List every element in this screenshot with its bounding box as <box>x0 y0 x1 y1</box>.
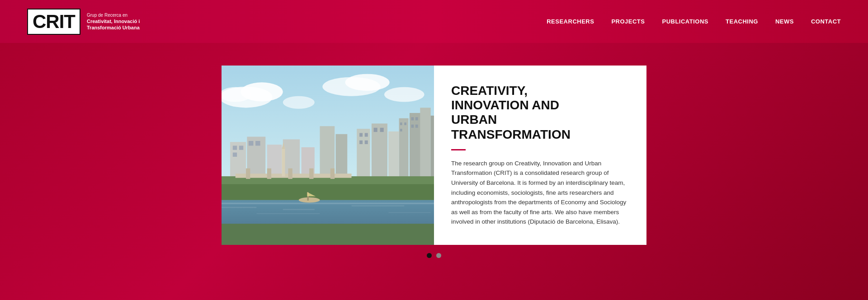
slideshow: CREATIVITY, INNOVATION AND URBAN TRANSFO… <box>222 66 646 245</box>
nav-teaching[interactable]: TEACHING <box>726 18 758 25</box>
svg-rect-20 <box>357 129 370 182</box>
logo-subtitle-top: Grup de Recerca en <box>87 12 140 18</box>
slide-image <box>222 66 434 245</box>
logo-crit-text: CRIT <box>33 12 75 31</box>
svg-rect-48 <box>330 169 335 179</box>
nav-news[interactable]: NEWS <box>775 18 794 25</box>
slide-dot-2[interactable] <box>436 253 441 258</box>
svg-rect-18 <box>411 125 414 128</box>
slide-dot-1[interactable] <box>427 253 432 258</box>
svg-rect-21 <box>372 123 387 181</box>
slide-dots <box>427 253 441 258</box>
svg-rect-37 <box>239 145 243 150</box>
svg-rect-17 <box>415 117 418 120</box>
svg-rect-55 <box>352 205 405 206</box>
svg-rect-40 <box>255 141 260 146</box>
svg-rect-10 <box>420 108 430 181</box>
slide-divider <box>451 149 466 150</box>
svg-rect-61 <box>222 224 434 245</box>
svg-rect-47 <box>309 169 313 179</box>
slide-title: CREATIVITY, INNOVATION AND URBAN TRANSFO… <box>451 84 629 142</box>
main-nav: RESEARCHERS PROJECTS PUBLICATIONS TEACHI… <box>547 18 841 25</box>
svg-rect-15 <box>400 129 402 131</box>
svg-rect-14 <box>404 122 406 125</box>
logo-box: CRIT <box>27 9 80 35</box>
svg-point-7 <box>283 96 315 109</box>
svg-rect-45 <box>267 169 271 179</box>
logo-subtitle-line1: Creativitat, Innovació i <box>87 18 140 24</box>
svg-rect-54 <box>283 209 315 210</box>
nav-researchers[interactable]: RESEARCHERS <box>547 18 594 25</box>
svg-rect-53 <box>222 207 256 208</box>
svg-rect-8 <box>399 118 409 182</box>
svg-rect-46 <box>288 169 292 179</box>
svg-point-5 <box>345 74 390 91</box>
svg-rect-16 <box>411 117 414 120</box>
slide-content: CREATIVITY, INNOVATION AND URBAN TRANSFO… <box>434 66 646 245</box>
site-header: CRIT Grup de Recerca en Creativitat, Inn… <box>0 0 868 43</box>
logo-area: CRIT Grup de Recerca en Creativitat, Inn… <box>27 9 140 35</box>
svg-rect-22 <box>388 131 399 182</box>
svg-rect-19 <box>415 125 418 128</box>
svg-rect-27 <box>359 141 363 144</box>
svg-rect-42 <box>222 184 434 203</box>
logo-subtitle-line2: Transformació Urbana <box>87 24 140 31</box>
svg-rect-57 <box>388 212 430 213</box>
svg-rect-39 <box>249 141 254 146</box>
nav-contact[interactable]: CONTACT <box>811 18 841 25</box>
svg-rect-28 <box>365 141 368 144</box>
svg-rect-11 <box>431 116 434 182</box>
svg-rect-25 <box>359 133 363 136</box>
svg-rect-13 <box>400 122 402 125</box>
svg-rect-30 <box>380 128 384 132</box>
slide-body-text: The research group on Creativity, Innova… <box>451 159 629 227</box>
svg-point-58 <box>299 197 320 203</box>
nav-projects[interactable]: PROJECTS <box>611 18 645 25</box>
svg-rect-49 <box>282 147 285 176</box>
svg-rect-38 <box>233 153 237 157</box>
svg-rect-9 <box>410 113 421 182</box>
svg-rect-44 <box>246 169 250 179</box>
logo-text: Grup de Recerca en Creativitat, Innovaci… <box>87 12 140 31</box>
main-content: CREATIVITY, INNOVATION AND URBAN TRANSFO… <box>0 43 868 272</box>
svg-rect-56 <box>256 213 320 214</box>
svg-rect-26 <box>365 133 368 136</box>
svg-rect-29 <box>374 128 377 132</box>
svg-point-6 <box>384 87 425 102</box>
nav-publications[interactable]: PUBLICATIONS <box>662 18 708 25</box>
svg-rect-52 <box>222 203 434 205</box>
svg-rect-36 <box>233 145 237 150</box>
